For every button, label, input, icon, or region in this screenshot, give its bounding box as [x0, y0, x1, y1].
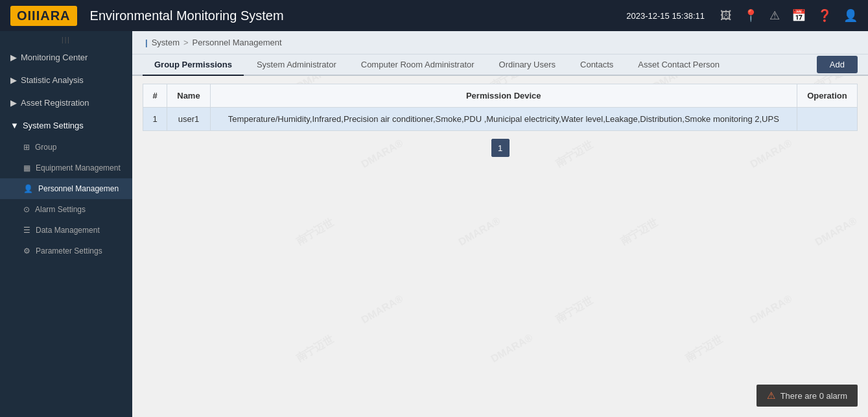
tab-ordinary-users[interactable]: Ordinary Users	[487, 54, 567, 76]
statistic-analysis-label: Statistic Analysis	[21, 75, 84, 85]
personnel-label: Personnel Managemen	[38, 184, 119, 193]
main-layout: ||| ▶ Monitoring Center ▶ Statistic Anal…	[0, 31, 868, 417]
tab-bar: Group Permissions System Administrator C…	[132, 54, 868, 76]
tab-contacts[interactable]: Contacts	[569, 54, 625, 76]
monitoring-center-label: Monitoring Center	[21, 53, 88, 62]
sidebar-sub-equipment-management[interactable]: ▦ Equipment Management	[0, 158, 132, 178]
drag-handle: |||	[0, 31, 132, 46]
col-header-name: Name	[167, 84, 210, 108]
image-icon[interactable]: 🖼	[720, 9, 732, 23]
calendar-icon[interactable]: 📅	[792, 8, 806, 23]
col-header-index: #	[143, 84, 167, 108]
personnel-icon: 👤	[23, 184, 33, 193]
asset-registration-arrow: ▶	[10, 98, 17, 108]
cell-operation	[797, 108, 857, 131]
statistic-analysis-arrow: ▶	[10, 75, 17, 85]
alert-icon[interactable]: ⚠	[769, 8, 780, 23]
parameter-settings-label: Parameter Settings	[36, 246, 102, 256]
alarm-bar: ⚠ There are 0 alarm	[757, 385, 858, 407]
sidebar-sub-personnel-management[interactable]: 👤 Personnel Managemen	[0, 178, 132, 199]
group-label: Group	[35, 143, 56, 152]
tab-group-permissions[interactable]: Group Permissions	[143, 54, 244, 76]
breadcrumb-pipe: |	[145, 38, 148, 47]
pagination: 1	[143, 131, 858, 165]
system-settings-arrow: ▼	[10, 121, 19, 130]
alarm-warning-icon: ⚠	[767, 390, 775, 401]
alarm-text: There are 0 alarm	[780, 391, 847, 401]
sidebar-item-statistic-analysis[interactable]: ▶ Statistic Analysis	[0, 69, 132, 91]
datetime-display: 2023-12-15 15:38:11	[626, 11, 705, 21]
sidebar-sub-alarm-settings[interactable]: ⊙ Alarm Settings	[0, 199, 132, 220]
sidebar: ||| ▶ Monitoring Center ▶ Statistic Anal…	[0, 31, 132, 417]
tab-computer-room-admin[interactable]: Computer Room Administrator	[349, 54, 486, 76]
tab-asset-contact-person[interactable]: Asset Contact Person	[626, 54, 731, 76]
asset-registration-label: Asset Registration	[21, 98, 89, 108]
monitoring-center-arrow: ▶	[10, 53, 17, 62]
location-icon[interactable]: 📍	[744, 8, 758, 23]
content-area: DMARA® 南宁迈世 DMARA® 南宁迈世 DMARA® 南宁迈世 DMAR…	[132, 31, 868, 417]
breadcrumb: | System > Personnel Management	[132, 31, 868, 54]
breadcrumb-system[interactable]: System	[152, 38, 180, 47]
cell-permission-device: Temperature/Humidity,Infrared,Precision …	[210, 108, 797, 131]
breadcrumb-personnel-management: Personnel Management	[193, 38, 282, 47]
breadcrumb-separator: >	[183, 38, 189, 47]
table-row[interactable]: 1 user1 Temperature/Humidity,Infrared,Pr…	[143, 108, 858, 131]
sidebar-item-monitoring-center[interactable]: ▶ Monitoring Center	[0, 46, 132, 69]
alarm-settings-icon: ⊙	[23, 205, 30, 214]
sidebar-item-system-settings[interactable]: ▼ System Settings	[0, 114, 132, 137]
app-title: Environmental Monitoring System	[90, 8, 627, 23]
col-header-operation: Operation	[797, 84, 857, 108]
system-settings-label: System Settings	[23, 121, 84, 130]
sidebar-item-asset-registration[interactable]: ▶ Asset Registration	[0, 91, 132, 114]
group-icon: ⊞	[23, 143, 30, 152]
data-management-icon: ☰	[23, 226, 30, 235]
help-icon[interactable]: ❓	[817, 8, 832, 23]
sidebar-sub-group[interactable]: ⊞ Group	[0, 137, 132, 158]
header-icon-group: 🖼 📍 ⚠ 📅 ❓ 👤	[720, 8, 858, 23]
table-header-row: # Name Permission Device Operation	[143, 84, 858, 108]
sidebar-sub-data-management[interactable]: ☰ Data Management	[0, 220, 132, 241]
permissions-table: # Name Permission Device Operation 1 use…	[143, 84, 858, 131]
logo: OIIIARA	[10, 6, 77, 26]
add-button[interactable]: Add	[817, 56, 858, 73]
table-area: # Name Permission Device Operation 1 use…	[132, 76, 868, 417]
cell-name: user1	[167, 108, 210, 131]
equipment-icon: ▦	[23, 163, 30, 173]
col-header-permission: Permission Device	[210, 84, 797, 108]
cell-index: 1	[143, 108, 167, 131]
page-button-1[interactable]: 1	[491, 139, 510, 157]
sidebar-sub-parameter-settings[interactable]: ⚙ Parameter Settings	[0, 241, 132, 261]
parameter-settings-icon: ⚙	[23, 246, 30, 256]
tab-system-administrator[interactable]: System Administrator	[245, 54, 348, 76]
header: OIIIARA Environmental Monitoring System …	[0, 0, 868, 31]
alarm-settings-label: Alarm Settings	[35, 205, 86, 214]
equipment-label: Equipment Management	[36, 163, 121, 173]
data-management-label: Data Management	[36, 226, 100, 235]
user-icon[interactable]: 👤	[843, 8, 858, 23]
